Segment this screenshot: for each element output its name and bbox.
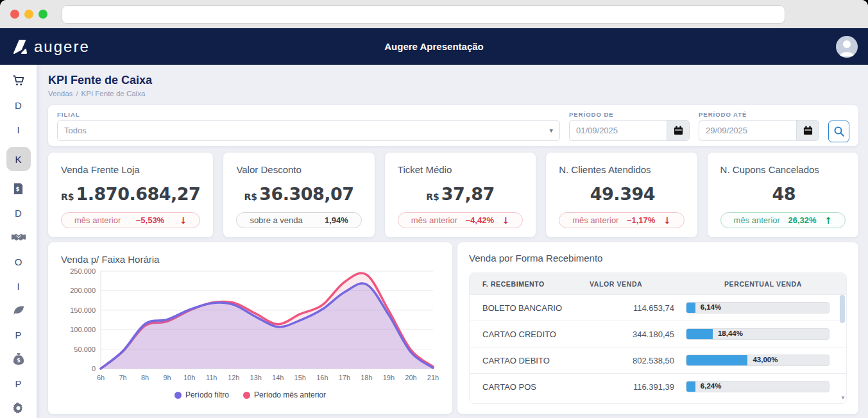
calendar-icon	[803, 126, 813, 135]
table-row[interactable]: CARTAO DEBITO802.538,5043,00%	[470, 347, 846, 373]
svg-text:18h: 18h	[361, 374, 372, 381]
periodo-ate-group: PERÍODO ATÉ	[699, 111, 819, 141]
svg-text:7h: 7h	[119, 374, 126, 381]
sidebar-item-money-bag-icon[interactable]: $	[6, 352, 31, 366]
svg-text:11h: 11h	[206, 374, 217, 381]
sidebar-item-letter-k-3[interactable]: K	[6, 147, 31, 171]
breadcrumb-vendas[interactable]: Vendas	[48, 90, 72, 97]
column-header-valor-venda: VALOR VENDA	[590, 280, 724, 288]
app-logo[interactable]: augere	[12, 38, 90, 56]
legend-dot-icon	[243, 392, 250, 399]
sidebar-item-letter-d-5[interactable]: D	[6, 206, 31, 220]
calendar-icon	[674, 126, 683, 135]
svg-text:100.000: 100.000	[70, 326, 96, 333]
svg-text:6h: 6h	[97, 374, 105, 381]
kpi-comparison-badge: mês anterior26,32%↑	[720, 212, 846, 228]
sidebar-item-letter-p-12[interactable]: P	[6, 376, 31, 390]
badge-value: −4,42%	[466, 215, 494, 225]
percent-bar: 18,44%	[686, 328, 830, 340]
kpi-comparison-badge: sobre a venda1,94%	[236, 212, 361, 228]
percent-label: 43,00%	[753, 356, 778, 364]
page-title: KPI Fente de Caixa	[48, 74, 858, 87]
minimize-window-button[interactable]	[24, 10, 33, 19]
svg-text:$: $	[17, 357, 21, 364]
svg-text:9h: 9h	[163, 374, 171, 381]
window-controls	[10, 10, 47, 19]
sidebar-item-letter-d-1[interactable]: D	[6, 98, 31, 112]
maximize-window-button[interactable]	[38, 10, 47, 19]
chart-title: Venda p/ Faixa Horária	[61, 254, 439, 265]
breadcrumb-separator: /	[76, 90, 78, 97]
svg-text:200.000: 200.000	[70, 287, 96, 294]
table-row[interactable]: BOLETO BANCARIO114.653,746,14%	[470, 294, 846, 321]
periodo-de-label: PERÍODO DE	[569, 111, 690, 118]
periodo-ate-label: PERÍODO ATÉ	[699, 111, 819, 118]
svg-text:10h: 10h	[183, 374, 195, 381]
filial-group: FILIAL Todos ▾	[57, 111, 560, 141]
url-bar[interactable]	[62, 5, 785, 24]
svg-text:20h: 20h	[405, 374, 416, 381]
search-button[interactable]	[828, 121, 849, 142]
badge-value: 1,94%	[325, 215, 348, 225]
kpi-value: 49.394	[559, 184, 684, 204]
sidebar-item-receipt-money-icon[interactable]: $	[6, 181, 31, 196]
scrollbar-down-arrow[interactable]: ▼	[840, 395, 846, 401]
hourly-sales-area-chart[interactable]: 050.000100.000150.000200.000250.0006h7h8…	[61, 265, 439, 387]
svg-text:12h: 12h	[228, 374, 239, 381]
kpi-value: 48	[720, 184, 846, 204]
kpi-card-5: N. Cupons Cancelados48mês anterior26,32%…	[708, 153, 858, 237]
close-window-button[interactable]	[10, 10, 19, 19]
kpi-comparison-badge: mês anterior−4,42%↓	[398, 212, 523, 228]
user-silhouette-icon	[836, 36, 858, 58]
svg-text:19h: 19h	[383, 374, 395, 381]
svg-text:16h: 16h	[316, 374, 328, 381]
kpi-comparison-badge: mês anterior−5,53%↓	[61, 212, 200, 228]
trend-arrow-icon: ↓	[180, 215, 187, 226]
kpi-card-3: Ticket MédioR$37,87mês anterior−4,42%↓	[385, 153, 536, 237]
sidebar-item-letter-p-10[interactable]: P	[6, 328, 31, 342]
badge-label: mês anterior	[572, 215, 618, 225]
periodo-ate-input[interactable]	[699, 120, 796, 141]
table-scrollbar[interactable]: ▼	[840, 295, 845, 401]
svg-text:50.000: 50.000	[74, 346, 96, 353]
percent-bar: 6,24%	[686, 381, 830, 392]
sidebar-item-letter-o-7[interactable]: O	[6, 255, 31, 269]
payment-methods-card: Venda por Forma Recebimento F. RECEBIMEN…	[457, 242, 858, 414]
periodo-de-input[interactable]	[569, 120, 667, 141]
svg-text:$: $	[16, 186, 20, 192]
user-avatar[interactable]	[836, 36, 858, 58]
sidebar-item-letter-i-8[interactable]: I	[6, 279, 31, 293]
kpi-card-4: N. Clientes Atendidos49.394mês anterior−…	[546, 153, 697, 237]
filial-label: FILIAL	[57, 111, 560, 118]
svg-text:17h: 17h	[339, 374, 350, 381]
periodo-de-calendar-button[interactable]	[667, 120, 690, 141]
table-header-row: F. RECEBIMENTO VALOR VENDA PERCENTUAL VE…	[470, 273, 846, 294]
trend-arrow-icon: ↓	[663, 215, 671, 226]
filial-select[interactable]: Todos ▾	[57, 120, 560, 141]
payment-methods-table: F. RECEBIMENTO VALOR VENDA PERCENTUAL VE…	[469, 272, 847, 404]
payment-method-name: CARTAO DEBITO	[470, 356, 590, 365]
sidebar-item-cart-icon[interactable]	[6, 74, 31, 88]
filial-value: Todos	[64, 126, 87, 135]
main-content: KPI Fente de Caixa Vendas/KPI Fente de C…	[37, 65, 868, 418]
legend-dot-icon	[174, 392, 182, 399]
sidebar-item-handshake-icon[interactable]	[6, 230, 31, 244]
percent-label: 18,44%	[718, 330, 743, 337]
chart-legend: Período filtroPeríodo mês anterior	[61, 390, 439, 399]
sidebar-item-letter-i-2[interactable]: I	[6, 122, 31, 137]
column-header-percentual-venda: PERCENTUAL VENDA	[724, 280, 846, 288]
sidebar-item-gear-icon[interactable]	[6, 401, 31, 415]
kpi-value: R$1.870.684,27	[61, 184, 200, 204]
kpi-title: Venda Frente Loja	[61, 164, 200, 175]
table-row[interactable]: CARTAO POS116.391,396,24%	[470, 373, 846, 399]
kpi-comparison-badge: mês anterior−1,17%↓	[559, 212, 684, 228]
logo-text: augere	[34, 38, 90, 56]
legend-item[interactable]: Período filtro	[174, 390, 229, 399]
trend-arrow-icon: ↓	[502, 215, 509, 226]
periodo-ate-calendar-button[interactable]	[796, 120, 819, 141]
breadcrumb: Vendas/KPI Fente de Caixa	[48, 90, 858, 97]
table-row[interactable]: CARTAO CREDITO344.180,4518,44%	[470, 321, 846, 347]
scrollbar-thumb[interactable]	[840, 295, 845, 323]
legend-item[interactable]: Período mês anterior	[243, 390, 326, 399]
sidebar-item-leaf-icon[interactable]	[6, 303, 31, 317]
